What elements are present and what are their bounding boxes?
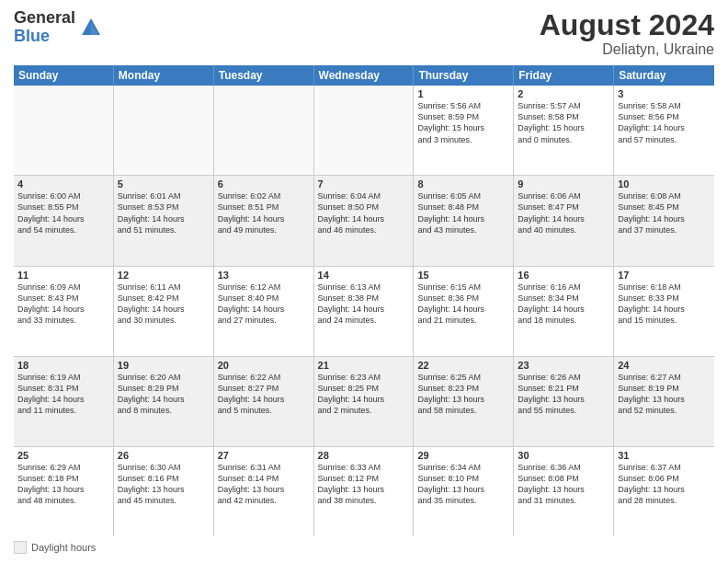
day-number: 24 bbox=[618, 360, 711, 371]
day-info: Sunrise: 5:56 AM Sunset: 8:59 PM Dayligh… bbox=[417, 100, 509, 145]
calendar-cell-1-5: 1Sunrise: 5:56 AM Sunset: 8:59 PM Daylig… bbox=[414, 86, 514, 175]
day-info: Sunrise: 6:30 AM Sunset: 8:16 PM Dayligh… bbox=[118, 462, 210, 507]
day-number: 19 bbox=[118, 360, 210, 371]
day-number: 5 bbox=[118, 178, 210, 190]
calendar-cell-2-2: 5Sunrise: 6:01 AM Sunset: 8:53 PM Daylig… bbox=[114, 176, 214, 265]
calendar-row-3: 11Sunrise: 6:09 AM Sunset: 8:43 PM Dayli… bbox=[14, 267, 714, 357]
calendar-cell-2-1: 4Sunrise: 6:00 AM Sunset: 8:55 PM Daylig… bbox=[14, 176, 114, 265]
calendar-cell-5-7: 31Sunrise: 6:37 AM Sunset: 8:06 PM Dayli… bbox=[614, 447, 714, 536]
day-number: 20 bbox=[218, 360, 310, 371]
calendar-cell-5-4: 28Sunrise: 6:33 AM Sunset: 8:12 PM Dayli… bbox=[314, 447, 415, 536]
day-info: Sunrise: 6:11 AM Sunset: 8:42 PM Dayligh… bbox=[118, 282, 210, 327]
day-info: Sunrise: 5:58 AM Sunset: 8:56 PM Dayligh… bbox=[618, 100, 711, 145]
calendar-cell-2-3: 6Sunrise: 6:02 AM Sunset: 8:51 PM Daylig… bbox=[214, 176, 314, 265]
logo: General Blue bbox=[14, 9, 104, 46]
day-info: Sunrise: 6:01 AM Sunset: 8:53 PM Dayligh… bbox=[118, 190, 210, 236]
calendar-cell-3-1: 11Sunrise: 6:09 AM Sunset: 8:43 PM Dayli… bbox=[14, 267, 114, 356]
day-info: Sunrise: 6:25 AM Sunset: 8:23 PM Dayligh… bbox=[417, 372, 509, 417]
day-number: 13 bbox=[218, 270, 310, 281]
calendar-cell-4-3: 20Sunrise: 6:22 AM Sunset: 8:27 PM Dayli… bbox=[214, 357, 314, 446]
day-number: 4 bbox=[17, 178, 109, 190]
calendar-cell-4-1: 18Sunrise: 6:19 AM Sunset: 8:31 PM Dayli… bbox=[14, 357, 114, 446]
day-number: 16 bbox=[518, 270, 609, 281]
location-subtitle: Deliatyn, Ukraine bbox=[540, 41, 714, 58]
day-info: Sunrise: 6:13 AM Sunset: 8:38 PM Dayligh… bbox=[318, 282, 410, 327]
page: General Blue August 2024 Deliatyn, Ukrai… bbox=[0, 0, 728, 563]
legend: Daylight hours bbox=[14, 541, 714, 554]
day-info: Sunrise: 6:37 AM Sunset: 8:06 PM Dayligh… bbox=[618, 462, 711, 507]
calendar-cell-2-4: 7Sunrise: 6:04 AM Sunset: 8:50 PM Daylig… bbox=[314, 176, 415, 265]
logo-general: General bbox=[14, 9, 75, 28]
day-number: 3 bbox=[618, 88, 711, 99]
day-number: 12 bbox=[118, 270, 210, 281]
day-info: Sunrise: 6:34 AM Sunset: 8:10 PM Dayligh… bbox=[417, 462, 509, 507]
calendar-cell-4-5: 22Sunrise: 6:25 AM Sunset: 8:23 PM Dayli… bbox=[414, 357, 514, 446]
day-number: 27 bbox=[218, 450, 310, 461]
calendar-cell-2-5: 8Sunrise: 6:05 AM Sunset: 8:48 PM Daylig… bbox=[414, 176, 514, 265]
day-number: 31 bbox=[618, 450, 711, 461]
header-day-monday: Monday bbox=[114, 65, 214, 86]
day-info: Sunrise: 6:09 AM Sunset: 8:43 PM Dayligh… bbox=[17, 282, 109, 327]
calendar-row-4: 18Sunrise: 6:19 AM Sunset: 8:31 PM Dayli… bbox=[14, 357, 714, 447]
day-info: Sunrise: 6:00 AM Sunset: 8:55 PM Dayligh… bbox=[17, 190, 109, 236]
day-number: 22 bbox=[417, 360, 509, 371]
calendar: SundayMondayTuesdayWednesdayThursdayFrid… bbox=[14, 65, 714, 536]
calendar-cell-1-6: 2Sunrise: 5:57 AM Sunset: 8:58 PM Daylig… bbox=[514, 86, 614, 175]
calendar-row-5: 25Sunrise: 6:29 AM Sunset: 8:18 PM Dayli… bbox=[14, 447, 714, 536]
calendar-cell-1-4 bbox=[314, 86, 415, 175]
day-number: 14 bbox=[318, 270, 410, 281]
calendar-cell-1-3 bbox=[214, 86, 314, 175]
day-number: 10 bbox=[618, 178, 711, 190]
day-info: Sunrise: 6:08 AM Sunset: 8:45 PM Dayligh… bbox=[618, 190, 711, 236]
day-info: Sunrise: 6:06 AM Sunset: 8:47 PM Dayligh… bbox=[518, 190, 609, 236]
legend-box bbox=[14, 541, 27, 554]
day-info: Sunrise: 6:19 AM Sunset: 8:31 PM Dayligh… bbox=[17, 372, 109, 417]
day-info: Sunrise: 6:04 AM Sunset: 8:50 PM Dayligh… bbox=[318, 190, 410, 236]
header-day-tuesday: Tuesday bbox=[214, 65, 314, 86]
calendar-cell-3-5: 15Sunrise: 6:15 AM Sunset: 8:36 PM Dayli… bbox=[414, 267, 514, 356]
header-day-friday: Friday bbox=[514, 65, 614, 86]
calendar-cell-5-5: 29Sunrise: 6:34 AM Sunset: 8:10 PM Dayli… bbox=[414, 447, 514, 536]
day-number: 8 bbox=[417, 178, 509, 190]
calendar-row-2: 4Sunrise: 6:00 AM Sunset: 8:55 PM Daylig… bbox=[14, 176, 714, 266]
month-year-title: August 2024 bbox=[540, 9, 714, 41]
day-number: 29 bbox=[417, 450, 509, 461]
header: General Blue August 2024 Deliatyn, Ukrai… bbox=[14, 9, 714, 58]
logo-text: General Blue bbox=[14, 9, 75, 46]
day-info: Sunrise: 6:12 AM Sunset: 8:40 PM Dayligh… bbox=[218, 282, 310, 327]
header-day-wednesday: Wednesday bbox=[314, 65, 415, 86]
calendar-cell-1-1 bbox=[14, 86, 114, 175]
calendar-cell-4-6: 23Sunrise: 6:26 AM Sunset: 8:21 PM Dayli… bbox=[514, 357, 614, 446]
calendar-header: SundayMondayTuesdayWednesdayThursdayFrid… bbox=[14, 65, 714, 86]
day-number: 30 bbox=[518, 450, 609, 461]
calendar-cell-5-6: 30Sunrise: 6:36 AM Sunset: 8:08 PM Dayli… bbox=[514, 447, 614, 536]
day-number: 11 bbox=[17, 270, 109, 281]
calendar-body: 1Sunrise: 5:56 AM Sunset: 8:59 PM Daylig… bbox=[14, 86, 714, 536]
logo-blue: Blue bbox=[14, 28, 75, 46]
calendar-cell-3-3: 13Sunrise: 6:12 AM Sunset: 8:40 PM Dayli… bbox=[214, 267, 314, 356]
day-number: 28 bbox=[318, 450, 410, 461]
day-info: Sunrise: 6:31 AM Sunset: 8:14 PM Dayligh… bbox=[218, 462, 310, 507]
calendar-cell-2-7: 10Sunrise: 6:08 AM Sunset: 8:45 PM Dayli… bbox=[614, 176, 714, 265]
day-info: Sunrise: 6:16 AM Sunset: 8:34 PM Dayligh… bbox=[518, 282, 609, 327]
calendar-cell-3-6: 16Sunrise: 6:16 AM Sunset: 8:34 PM Dayli… bbox=[514, 267, 614, 356]
calendar-cell-5-3: 27Sunrise: 6:31 AM Sunset: 8:14 PM Dayli… bbox=[214, 447, 314, 536]
day-info: Sunrise: 6:15 AM Sunset: 8:36 PM Dayligh… bbox=[417, 282, 509, 327]
day-info: Sunrise: 6:33 AM Sunset: 8:12 PM Dayligh… bbox=[318, 462, 410, 507]
legend-label: Daylight hours bbox=[31, 542, 96, 553]
day-info: Sunrise: 6:26 AM Sunset: 8:21 PM Dayligh… bbox=[518, 372, 609, 417]
calendar-cell-3-4: 14Sunrise: 6:13 AM Sunset: 8:38 PM Dayli… bbox=[314, 267, 415, 356]
day-number: 9 bbox=[518, 178, 609, 190]
calendar-cell-5-2: 26Sunrise: 6:30 AM Sunset: 8:16 PM Dayli… bbox=[114, 447, 214, 536]
logo-icon bbox=[78, 15, 104, 40]
calendar-cell-5-1: 25Sunrise: 6:29 AM Sunset: 8:18 PM Dayli… bbox=[14, 447, 114, 536]
day-number: 26 bbox=[118, 450, 210, 461]
day-number: 15 bbox=[417, 270, 509, 281]
day-info: Sunrise: 6:27 AM Sunset: 8:19 PM Dayligh… bbox=[618, 372, 711, 417]
day-info: Sunrise: 6:05 AM Sunset: 8:48 PM Dayligh… bbox=[417, 190, 509, 236]
day-number: 6 bbox=[218, 178, 310, 190]
day-number: 17 bbox=[618, 270, 711, 281]
day-info: Sunrise: 6:22 AM Sunset: 8:27 PM Dayligh… bbox=[218, 372, 310, 417]
calendar-cell-2-6: 9Sunrise: 6:06 AM Sunset: 8:47 PM Daylig… bbox=[514, 176, 614, 265]
calendar-cell-4-7: 24Sunrise: 6:27 AM Sunset: 8:19 PM Dayli… bbox=[614, 357, 714, 446]
